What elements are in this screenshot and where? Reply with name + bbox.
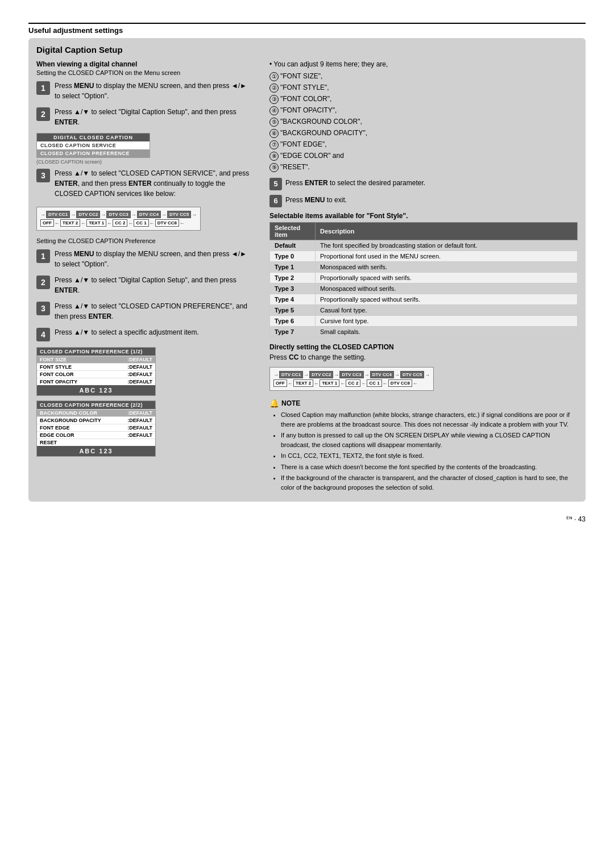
directly-text: Press CC to change the setting. bbox=[269, 353, 578, 361]
b-cc-text1: TEXT 1 bbox=[320, 379, 339, 387]
b-arrow-6: → bbox=[425, 372, 430, 378]
selectable-title: Selectable items available for "Font Sty… bbox=[269, 212, 578, 220]
step-2-pref: 2 Press ▲/▼ to select "Digital Caption S… bbox=[36, 275, 252, 295]
row-item-type2: Type 2 bbox=[270, 273, 316, 283]
right-step-text-6: Press MENU to exit. bbox=[285, 195, 347, 205]
item-8: ⑧"EDGE COLOR" and bbox=[269, 151, 578, 161]
pref-row-font-size: FONT SIZE :DEFAULT bbox=[37, 356, 155, 363]
menu-item-2: CLOSED CAPTION PREFERENCE bbox=[37, 149, 150, 157]
row-item-type5: Type 5 bbox=[270, 305, 316, 316]
page-footer: ᴱᴺ · 43 bbox=[28, 513, 586, 523]
pref-label-font-size: FONT SIZE bbox=[40, 357, 67, 362]
b-arrow-12: ← bbox=[413, 381, 418, 386]
item-9: ⑨"RESET". bbox=[269, 162, 578, 172]
pref-label-font-opacity: FONT OPACITY bbox=[40, 379, 77, 385]
num-1: ① bbox=[269, 72, 279, 81]
intro-text: • You can adjust 9 items here; they are, bbox=[269, 60, 578, 68]
setting-caption: Setting the CLOSED CAPTION Preference bbox=[36, 237, 252, 244]
pref-row-edge-color: EDGE COLOR :DEFAULT bbox=[37, 431, 155, 439]
step-num-1: 1 bbox=[36, 81, 50, 95]
pref-step-text-1: Press MENU to display the MENU screen, a… bbox=[55, 249, 252, 269]
pref-step-text-2: Press ▲/▼ to select "Digital Caption Set… bbox=[55, 275, 252, 295]
note-item-2: If any button is pressed to call up the … bbox=[281, 431, 578, 449]
row-desc-type3: Monospaced without serifs. bbox=[316, 283, 578, 294]
arrow-4: → bbox=[131, 212, 136, 218]
item-5: ⑤"BACKGROUND COLOR", bbox=[269, 117, 578, 127]
cc-dtv5: DTV CC5 bbox=[167, 211, 191, 218]
table-row-type6: Type 6 Cursive font type. bbox=[270, 316, 578, 327]
b-cc-cc1: CC 1 bbox=[367, 379, 381, 387]
note-item-4: There is a case which doesn't become the… bbox=[281, 462, 578, 472]
arrow-3: → bbox=[101, 212, 106, 218]
num-6: ⑥ bbox=[269, 129, 279, 138]
b-cc-dtv3: DTV CC3 bbox=[339, 371, 363, 378]
b-arrow-2: → bbox=[304, 372, 309, 378]
table-row-type4: Type 4 Proportionally spaced without ser… bbox=[270, 294, 578, 305]
num-2: ② bbox=[269, 84, 279, 93]
right-step-text-5: Press ENTER to select the desired parame… bbox=[285, 178, 425, 188]
pref-row-font-opacity: FONT OPACITY :DEFAULT bbox=[37, 378, 155, 385]
pref-val-font-edge: :DEFAULT bbox=[127, 425, 152, 431]
step-1-pref: 1 Press MENU to display the MENU screen,… bbox=[36, 249, 252, 269]
arrow-6: → bbox=[192, 212, 197, 218]
row-item-type7: Type 7 bbox=[270, 327, 316, 337]
pref-table-1: CLOSED CAPTION PREFERENCE (1/2) FONT SIZ… bbox=[36, 347, 156, 396]
note-box: 🔔 NOTE Closed Caption may malfunction (w… bbox=[269, 399, 578, 492]
pref-step-num-2: 2 bbox=[36, 276, 50, 289]
b-arrow-8: ← bbox=[314, 381, 319, 386]
step-1-digital: 1 Press MENU to display the MENU screen,… bbox=[36, 81, 252, 101]
item-3: ③"FONT COLOR", bbox=[269, 94, 578, 104]
arrow-1: → bbox=[40, 212, 45, 218]
step-3-digital: 3 Press ▲/▼ to select "CLOSED CAPTION SE… bbox=[36, 168, 252, 199]
arrow-2: → bbox=[70, 212, 76, 218]
b-arrow-5: → bbox=[395, 372, 400, 378]
cc-dtv4: DTV CC4 bbox=[137, 211, 161, 218]
arrow-5: → bbox=[161, 212, 167, 218]
pref-table-2: CLOSED CAPTION PREFERENCE (2/2) BACKGROU… bbox=[36, 400, 156, 457]
digital-channel-subtitle: Setting the CLOSED CAPTION on the Menu s… bbox=[36, 69, 252, 76]
note-header: 🔔 NOTE bbox=[269, 399, 578, 408]
cc-dtv2: DTV CC2 bbox=[76, 211, 100, 218]
pref-step-num-4: 4 bbox=[36, 328, 50, 341]
pref-header-2: CLOSED CAPTION PREFERENCE (2/2) bbox=[37, 401, 155, 409]
arrow-11: ← bbox=[150, 220, 155, 226]
pref-label-edge-color: EDGE COLOR bbox=[40, 432, 74, 438]
pref-label-font-color: FONT COLOR bbox=[40, 372, 74, 377]
b-arrow-9: ← bbox=[340, 381, 345, 386]
pref-label-bg-color: BACKGROUND COLOR bbox=[40, 410, 97, 416]
arrow-9: ← bbox=[107, 220, 112, 226]
pref-row-bg-color: BACKGROUND COLOR :DEFAULT bbox=[37, 409, 155, 416]
b-cc-dtv8: DTV CC8 bbox=[388, 379, 412, 387]
left-column: When viewing a digital channel Setting t… bbox=[36, 60, 252, 494]
num-9: ⑨ bbox=[269, 163, 279, 172]
row-desc-type0: Proportional font used in the MENU scree… bbox=[316, 251, 578, 262]
row-desc-type5: Casual font type. bbox=[316, 305, 578, 316]
table-row-type1: Type 1 Monospaced with serifs. bbox=[270, 262, 578, 273]
table-row-default: Default The font specified by broadcasti… bbox=[270, 240, 578, 251]
right-step-num-5: 5 bbox=[269, 178, 282, 190]
pref-header-1: CLOSED CAPTION PREFERENCE (1/2) bbox=[37, 348, 155, 356]
num-7: ⑦ bbox=[269, 140, 279, 149]
pref-val-edge-color: :DEFAULT bbox=[127, 432, 152, 438]
pref-val-bg-opacity: :DEFAULT bbox=[127, 418, 152, 423]
step-3-pref: 3 Press ▲/▼ to select "CLOSED CAPTION PR… bbox=[36, 301, 252, 322]
menu-mockup: DIGITAL CLOSED CAPTION CLOSED CAPTION SE… bbox=[36, 133, 150, 158]
item-6: ⑥"BACKGROUND OPACITY", bbox=[269, 128, 578, 138]
pref-val-font-size: :DEFAULT bbox=[127, 357, 152, 362]
font-style-table: Selected item Description Default The fo… bbox=[269, 222, 578, 337]
item-4: ④"FONT OPACITY", bbox=[269, 106, 578, 115]
row-item-type0: Type 0 bbox=[270, 251, 316, 262]
cc-flow-row-1: → DTV CC1 → DTV CC2 → DTV CC3 → DTV CC4 … bbox=[40, 211, 197, 218]
pref-label-font-style: FONT STYLE bbox=[40, 364, 72, 370]
row-desc-type4: Proportionally spaced without serifs. bbox=[316, 294, 578, 305]
step-text-1: Press MENU to display the MENU screen, a… bbox=[55, 81, 252, 101]
num-3: ③ bbox=[269, 95, 279, 104]
note-item-3: In CC1, CC2, TEXT1, TEXT2, the font styl… bbox=[281, 451, 578, 461]
step-num-2: 2 bbox=[36, 107, 50, 121]
item-list: ①"FONT SIZE", ②"FONT STYLE", ③"FONT COLO… bbox=[269, 72, 578, 172]
pref-label-reset: RESET bbox=[40, 440, 57, 445]
table-row-type3: Type 3 Monospaced without serifs. bbox=[270, 283, 578, 294]
table-row-type0: Type 0 Proportional font used in the MEN… bbox=[270, 251, 578, 262]
step-text-3: Press ▲/▼ to select "CLOSED CAPTION SERV… bbox=[55, 168, 252, 199]
right-step-5: 5 Press ENTER to select the desired para… bbox=[269, 178, 578, 190]
